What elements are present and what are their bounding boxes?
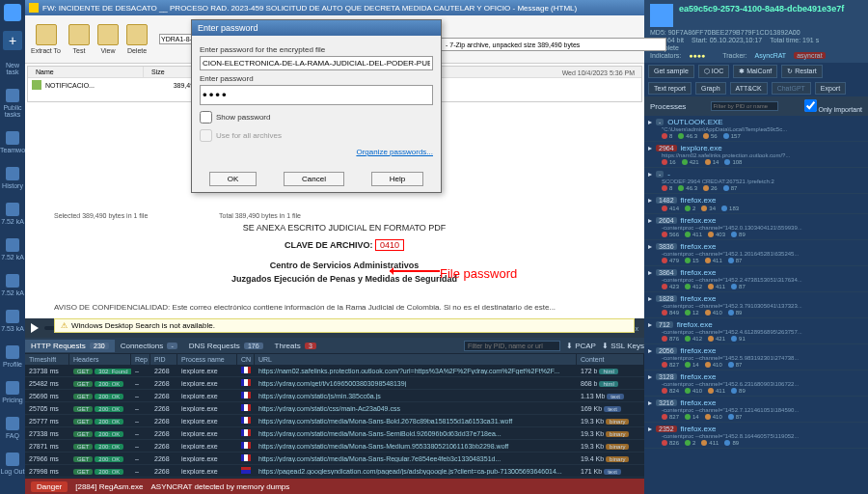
rail-stat[interactable]: 7.52 kA: [0, 201, 25, 227]
filename-field[interactable]: [200, 56, 433, 70]
tab-http[interactable]: HTTP Requests 230: [25, 340, 115, 352]
net-row[interactable]: 27871 msGET 200: OK–2268iexplore.exehttp…: [25, 440, 644, 453]
network-panel: HTTP Requests 230 Connections - DNS Requ…: [25, 338, 644, 479]
delete-icon: [126, 24, 148, 45]
footer-bar: Danger [2884] RegAsm.exe ASYNCRAT detect…: [25, 479, 644, 494]
net-row[interactable]: 27998 msGET 200: OK–2268iexplore.exehttp…: [25, 465, 644, 478]
password-code: 0410: [375, 239, 404, 251]
footer-msg: ASYNCRAT detected by memory dumps: [151, 482, 290, 491]
net-row[interactable]: 25777 msGET 200: OK–2268iexplore.exehttp…: [25, 415, 644, 427]
net-row[interactable]: 25705 msGET 200: OK–2268iexplore.exehttp…: [25, 402, 644, 415]
test-icon: [68, 24, 90, 45]
annotation-arrow: [390, 270, 440, 272]
net-rows: 23738 msGET 302: Found–2268iexplore.exeh…: [25, 365, 644, 479]
task-header: ea59c5c9-2573-4100-8a48-dcbe491e3e7f MD5…: [644, 0, 868, 63]
process-item[interactable]: ▸ - OUTLOOK.EXE"C:\Users\admin\AppData\L…: [644, 116, 868, 142]
app-icon: [29, 3, 39, 13]
get-sample-button[interactable]: Get sample: [648, 65, 694, 78]
window-title: FW: INCIDENTE DE DESACATO __ PROCESO RAD…: [42, 4, 577, 13]
net-row[interactable]: 25690 msGET 200: OK–2268iexplore.exehttp…: [25, 390, 644, 402]
main-area: FW: INCIDENTE DE DESACATO __ PROCESO RAD…: [25, 0, 644, 494]
rail-stat2[interactable]: 7.52 kA: [0, 236, 25, 262]
annotation-label: File password: [440, 266, 517, 281]
test-button[interactable]: Test: [68, 24, 90, 54]
processes-header: Processes Only important: [644, 96, 868, 116]
show-password-checkbox[interactable]: Show password: [200, 111, 433, 124]
process-item[interactable]: ▸ 2964 iexplore.exehttps://nam02.safelin…: [644, 142, 868, 168]
pw-label: Enter password: [200, 74, 433, 83]
ioc-button[interactable]: ⬡ IOC: [698, 65, 729, 78]
net-row[interactable]: 25482 msGET 200: OK–2268iexplore.exehttp…: [25, 377, 644, 390]
attck-button[interactable]: ATT&CK: [730, 82, 768, 95]
process-item[interactable]: ▸ 1828 firefox.exe-contentproc --channel…: [644, 292, 868, 318]
only-important-checkbox[interactable]: [804, 99, 817, 112]
tab-conn[interactable]: Connections -: [115, 340, 183, 352]
rail-pricing[interactable]: Pricing: [0, 379, 25, 405]
doc-line1: SE ANEXA ESCRITO JUDICIAL EN FORMATO PDF: [54, 222, 635, 235]
organize-link[interactable]: Organize passwords...: [200, 148, 433, 156]
clave-line: CLAVE DE ARCHIVO: 0410: [54, 239, 635, 253]
window-title-bar: FW: INCIDENTE DE DESACATO __ PROCESO RAD…: [25, 0, 644, 15]
net-row[interactable]: 27966 msGET 200: OK–2268iexplore.exehttp…: [25, 453, 644, 465]
export-button[interactable]: Export: [815, 82, 846, 95]
file-icon: [32, 80, 41, 90]
outlook-window: FW: INCIDENTE DE DESACATO __ PROCESO RAD…: [25, 0, 644, 318]
chatgpt-button[interactable]: ChatGPT: [772, 82, 811, 95]
net-row[interactable]: 23738 msGET 302: Found–2268iexplore.exeh…: [25, 365, 644, 377]
view-button[interactable]: View: [97, 24, 119, 54]
view-icon: [97, 24, 119, 45]
proc-filter-input[interactable]: [711, 101, 778, 111]
play-button[interactable]: [31, 323, 39, 333]
email-body: SE ANEXA ESCRITO JUDICIAL EN FORMATO PDF…: [54, 222, 635, 286]
restart-button[interactable]: ↻ Restart: [781, 65, 823, 78]
action-toolbar: Get sample ⬡ IOC ✱ MalConf ↻ Restart Tex…: [644, 63, 868, 96]
rail-new-task[interactable]: New task: [0, 60, 25, 77]
process-item[interactable]: ▸ 2056 firefox.exe-contentproc --channel…: [644, 344, 868, 370]
rail-public[interactable]: Public tasks: [0, 87, 25, 120]
task-hash: ea59c5c9-2573-4100-8a48-dcbe491e3e7f: [650, 4, 862, 14]
tracker-link[interactable]: AsyncRAT: [755, 52, 787, 59]
tab-dns[interactable]: DNS Requests 176: [183, 340, 269, 352]
cancel-button[interactable]: Cancel: [284, 172, 344, 186]
help-button[interactable]: Help: [371, 172, 423, 186]
windows-icon: [650, 4, 673, 27]
ok-button[interactable]: OK: [209, 172, 258, 186]
text-report-button[interactable]: Text report: [648, 82, 692, 95]
process-item[interactable]: ▸ 2352 firefox.exe-contentproc --channel…: [644, 423, 868, 449]
graph-button[interactable]: Graph: [695, 82, 725, 95]
process-item[interactable]: ▸ 1482 firefox.exe414234183: [644, 194, 868, 214]
process-item[interactable]: ▸ 3864 firefox.exe-contentproc --channel…: [644, 266, 868, 292]
process-item[interactable]: ▸ - -SCODEF:2964 CREDAT:267521 /prefetch…: [644, 168, 868, 194]
rail-stat3[interactable]: 7.52 kA: [0, 272, 25, 298]
aviso-text: AVISO DE CONFIDENCIALIDAD: Este correo e…: [54, 303, 635, 312]
net-row[interactable]: 27338 msGET 200: OK–2268iexplore.exehttp…: [25, 427, 644, 440]
rail-faq[interactable]: FAQ: [0, 415, 25, 441]
process-item[interactable]: ▸ 2604 firefox.exe-contentproc --channel…: [644, 214, 868, 240]
use-all-checkbox: Use for all archives: [200, 129, 433, 142]
new-task-button[interactable]: +: [3, 31, 22, 50]
process-item[interactable]: ▸ 712 firefox.exe-contentproc --channel=…: [644, 318, 868, 344]
md5-label: MD5: 90F7A86FF70BEE279B779F1CD13892A00: [650, 29, 862, 36]
right-panel: ea59c5c9-2573-4100-8a48-dcbe491e3e7f MD5…: [644, 0, 868, 494]
net-columns: TimeshiftHeadersRepPIDProcess nameCNURLC…: [25, 353, 644, 365]
rail-stat4[interactable]: 7.53 kA: [0, 308, 25, 334]
search-warning: ⚠Windows Desktop Search is not available…: [54, 318, 635, 333]
delete-button[interactable]: Delete: [126, 24, 148, 54]
tab-threats[interactable]: Threats 3: [269, 340, 322, 352]
process-item[interactable]: ▸ 3836 firefox.exe-contentproc --channel…: [644, 240, 868, 266]
dialog-title: Enter password: [192, 20, 441, 36]
rail-history[interactable]: History: [0, 165, 25, 191]
rail-logout[interactable]: Log Out: [0, 451, 25, 477]
password-input[interactable]: [200, 85, 433, 105]
archive-info-bar: - 7-Zip archive, unpacked size 389,490 b…: [441, 38, 666, 51]
dialog-instruction: Enter password for the encrypted file: [200, 45, 433, 54]
rail-profile[interactable]: Profile: [0, 343, 25, 370]
process-item[interactable]: ▸ 3128 firefox.exe-contentproc --channel…: [644, 370, 868, 397]
malconf-button[interactable]: ✱ MalConf: [733, 65, 777, 78]
extract-button[interactable]: Extract To: [31, 24, 61, 54]
rail-team[interactable]: Teamwork: [0, 129, 25, 155]
extract-icon: [36, 24, 57, 45]
filter-input[interactable]: [464, 341, 560, 351]
process-item[interactable]: ▸ 3216 firefox.exe-contentproc --channel…: [644, 397, 868, 423]
process-list: ▸ - OUTLOOK.EXE"C:\Users\admin\AppData\L…: [644, 116, 868, 494]
